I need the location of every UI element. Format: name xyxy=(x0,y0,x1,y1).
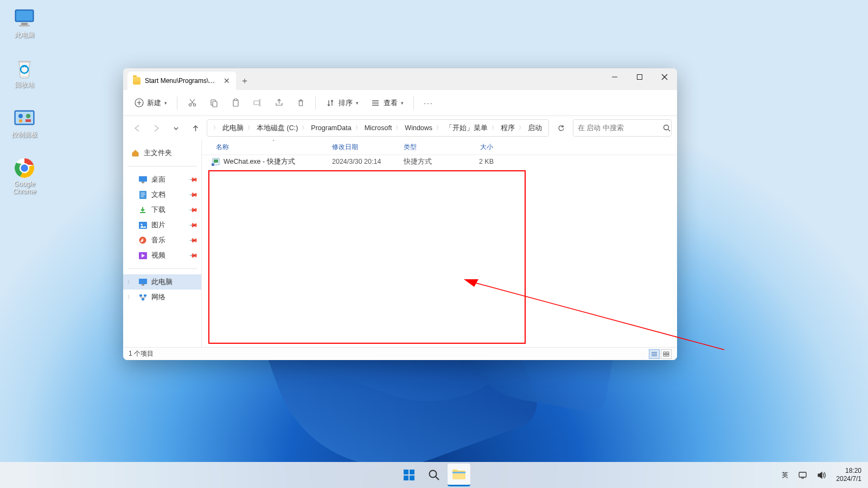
details-view-button[interactable] xyxy=(649,349,660,359)
chevron-down-icon: ▾ xyxy=(164,100,167,106)
svg-point-47 xyxy=(141,223,142,225)
shortcut-icon xyxy=(212,157,220,166)
desktop-icon-control-panel[interactable]: 控制面板 xyxy=(5,107,43,151)
svg-rect-56 xyxy=(214,159,218,163)
file-list[interactable]: WeChat.exe - 快捷方式 2024/3/30 20:14 快捷方式 2… xyxy=(202,155,677,347)
column-size[interactable]: 大小 xyxy=(458,140,498,155)
status-text: 1 个项目 xyxy=(129,349,154,358)
new-label: 新建 xyxy=(147,98,161,108)
sidebar-downloads[interactable]: 下载📌 xyxy=(123,202,201,217)
desktop-icon-this-pc[interactable]: 此电脑 xyxy=(5,8,43,51)
sidebar-this-pc[interactable]: 〉此电脑 xyxy=(123,274,201,290)
sidebar-home[interactable]: 主文件夹 xyxy=(123,145,201,160)
more-button[interactable]: ··· xyxy=(418,94,439,112)
svg-rect-54 xyxy=(142,298,144,300)
music-icon xyxy=(138,236,147,245)
system-tray: 英 18:20 2024/7/1 xyxy=(780,465,864,485)
breadcrumb-item[interactable]: 「开始」菜单 xyxy=(443,123,490,134)
search-box[interactable] xyxy=(573,119,672,137)
cut-button[interactable] xyxy=(182,94,202,112)
address-bar[interactable]: 〉 此电脑〉 本地磁盘 (C:)〉 ProgramData〉 Microsoft… xyxy=(207,119,549,137)
tray-clock[interactable]: 18:20 2024/7/1 xyxy=(834,465,864,485)
view-button[interactable]: 查看 ▾ xyxy=(365,94,409,112)
breadcrumb-item[interactable]: Windows xyxy=(403,123,435,133)
taskbar[interactable]: 英 18:20 2024/7/1 xyxy=(0,462,868,488)
toolbar: 新建 ▾ 排序 ▾ 查看 ▾ ··· xyxy=(123,90,677,116)
taskbar-center xyxy=(398,464,470,486)
new-button[interactable]: 新建 ▾ xyxy=(129,94,173,112)
tray-network-button[interactable] xyxy=(796,469,809,481)
svg-rect-61 xyxy=(667,352,669,354)
pin-icon: 📌 xyxy=(188,235,198,245)
svg-rect-63 xyxy=(667,354,669,356)
taskbar-explorer-button[interactable] xyxy=(448,464,470,486)
file-explorer-window: Start Menu\Programs\Startup ✕ ＋ 新建 ▾ 排序 … xyxy=(123,68,677,360)
network-icon xyxy=(138,293,147,301)
column-name[interactable]: 名称 xyxy=(212,140,328,155)
taskbar-search-button[interactable] xyxy=(423,464,445,486)
svg-rect-50 xyxy=(139,279,147,284)
desktop-icon-recycle-bin[interactable]: 回收站 xyxy=(5,57,43,101)
breadcrumb-item[interactable]: 启动 xyxy=(526,123,544,134)
sidebar-network[interactable]: 〉网络 xyxy=(123,290,201,305)
svg-rect-53 xyxy=(144,294,146,297)
file-type: 快捷方式 xyxy=(399,157,458,166)
file-name: WeChat.exe - 快捷方式 xyxy=(224,157,295,166)
column-date[interactable]: 修改日期 xyxy=(328,140,399,155)
svg-rect-46 xyxy=(139,222,147,229)
tab-close-button[interactable]: ✕ xyxy=(223,76,231,85)
maximize-button[interactable] xyxy=(627,68,652,86)
nav-forward-button[interactable] xyxy=(148,120,164,136)
svg-rect-62 xyxy=(663,354,666,356)
window-tab[interactable]: Start Menu\Programs\Startup ✕ xyxy=(127,72,236,90)
column-type[interactable]: 类型 xyxy=(399,140,458,155)
svg-rect-1 xyxy=(16,11,33,21)
search-input[interactable] xyxy=(578,124,663,132)
ime-indicator[interactable]: 英 xyxy=(780,468,790,482)
tray-volume-button[interactable] xyxy=(815,469,828,481)
minimize-button[interactable] xyxy=(602,68,627,86)
sidebar-desktop[interactable]: 桌面📌 xyxy=(123,172,201,187)
sidebar-label: 桌面 xyxy=(151,175,165,184)
delete-button[interactable] xyxy=(290,94,311,112)
sidebar-music[interactable]: 音乐📌 xyxy=(123,233,201,248)
navigation-pane[interactable]: 主文件夹 桌面📌 文档📌 下载📌 图片📌 音乐📌 视频📌 〉此电脑 〉网络 xyxy=(123,140,202,347)
sort-label: 排序 xyxy=(339,98,353,108)
view-mode-buttons xyxy=(649,349,672,359)
start-button[interactable] xyxy=(398,464,420,486)
file-date: 2024/3/30 20:14 xyxy=(328,158,399,165)
desktop-icon-chrome[interactable]: Google Chrome xyxy=(5,157,43,201)
sidebar-videos[interactable]: 视频📌 xyxy=(123,248,201,263)
breadcrumb-item[interactable]: 程序 xyxy=(499,123,517,134)
breadcrumb-item[interactable]: Microsoft xyxy=(362,123,394,133)
breadcrumb-item[interactable]: ProgramData xyxy=(309,123,353,133)
copy-button[interactable] xyxy=(203,94,224,112)
breadcrumb-item[interactable]: 本地磁盘 (C:) xyxy=(254,123,300,134)
breadcrumb-item[interactable]: 此电脑 xyxy=(220,123,246,134)
file-row[interactable]: WeChat.exe - 快捷方式 2024/3/30 20:14 快捷方式 2… xyxy=(202,155,677,168)
sidebar-pictures[interactable]: 图片📌 xyxy=(123,217,201,233)
desktop-icons: 此电脑 回收站 控制面板 Google Chrome xyxy=(5,5,49,207)
svg-rect-39 xyxy=(139,176,147,182)
address-dropdown[interactable]: ⌄ xyxy=(545,124,549,132)
refresh-button[interactable] xyxy=(552,119,570,137)
view-label: 查看 xyxy=(384,98,398,108)
pin-icon: 📌 xyxy=(188,174,198,184)
icons-view-button[interactable] xyxy=(661,349,672,359)
nav-history-button[interactable] xyxy=(168,120,184,136)
share-button[interactable] xyxy=(269,94,289,112)
nav-up-button[interactable] xyxy=(187,120,203,136)
explorer-body: 主文件夹 桌面📌 文档📌 下载📌 图片📌 音乐📌 视频📌 〉此电脑 〉网络 ˄ xyxy=(123,140,677,347)
sort-button[interactable]: 排序 ▾ xyxy=(320,94,364,112)
paste-button[interactable] xyxy=(225,94,246,112)
folder-icon xyxy=(133,77,141,85)
download-icon xyxy=(138,206,147,214)
new-tab-button[interactable]: ＋ xyxy=(236,72,253,90)
close-button[interactable] xyxy=(652,68,677,86)
chevron-down-icon: ▾ xyxy=(401,100,404,106)
sidebar-documents[interactable]: 文档📌 xyxy=(123,187,201,202)
nav-back-button[interactable] xyxy=(129,120,145,136)
rename-button[interactable] xyxy=(247,94,267,112)
titlebar[interactable]: Start Menu\Programs\Startup ✕ ＋ xyxy=(123,68,677,90)
svg-rect-27 xyxy=(213,101,217,107)
